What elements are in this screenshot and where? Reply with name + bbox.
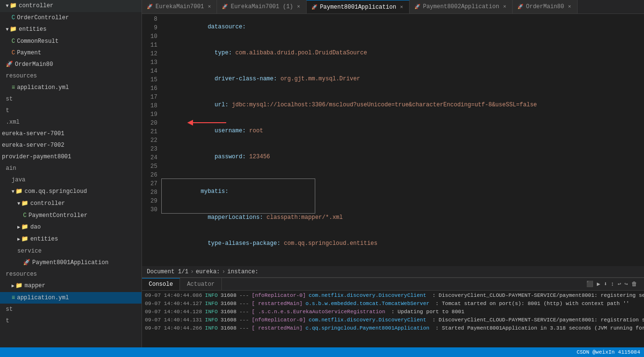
tab-icon-ordermain80: 🚀 <box>517 4 523 10</box>
sidebar-item-application-yml-top[interactable]: ≡application.yml <box>0 82 142 93</box>
tab-close-eureka1[interactable]: × <box>207 3 212 10</box>
tab-payment8002app[interactable]: 🚀 Payment8002Application × <box>410 0 513 13</box>
status-csdn: CSDN @weixIn 4115084 <box>577 349 640 355</box>
code-line-19: # eureka 客户端注册配置 <box>166 265 644 266</box>
tab-close-eureka2[interactable]: × <box>296 3 301 10</box>
sidebar-item-resources-top[interactable]: resources <box>0 70 142 82</box>
sidebar-item-ordermain80[interactable]: 🚀OrderMain80 <box>0 59 142 70</box>
sidebar-item-entities[interactable]: ▼📁entities <box>0 24 142 36</box>
tab-icon-payment8002: 🚀 <box>414 4 420 10</box>
bottom-tab-actuator[interactable]: Actuator <box>180 278 222 290</box>
breadcrumb-doc: Document 1/1 <box>147 268 188 275</box>
log-line-4: 09-07 14:40:44.131 INFO 31608 --- [nfoRe… <box>145 316 641 324</box>
sidebar-item-ordercontroller[interactable]: COrderController <box>0 12 142 24</box>
tab-label-eureka1: EurekaMain7001 <box>155 3 204 10</box>
breadcrumb-instance: instance: <box>227 268 258 275</box>
sidebar-item-eureka7001[interactable]: eureka-server-7001 <box>0 128 142 140</box>
breadcrumb-sep-2: › <box>222 268 225 275</box>
code-line-13: password: 123456 <box>166 144 644 170</box>
tab-ordermain80[interactable]: 🚀 OrderMain80 × <box>513 0 578 13</box>
sidebar-item-st2[interactable]: st <box>0 304 142 315</box>
sidebar-item-resources2[interactable]: resources <box>0 268 142 280</box>
code-line-9: type: com.alibaba.druid.pool.DruidDataSo… <box>166 40 644 66</box>
sidebar-item-payment8001[interactable]: provider-payment8001 <box>0 151 142 163</box>
code-line-17: type-aliases-package: com.qq.springcloud… <box>166 230 644 256</box>
sidebar-item-service[interactable]: service <box>0 245 142 257</box>
sidebar-item-payment8001app[interactable]: 🚀Payment8001Application <box>0 257 142 268</box>
tab-icon-payment8001: 🚀 <box>311 4 317 10</box>
bottom-tab-actuator-label: Actuator <box>187 281 215 288</box>
code-line-11: url: jdbc:mysql://localhost:3306/mscloud… <box>166 92 644 118</box>
editor-area: 🚀 EurekaMain7001 × 🚀 EurekaMain7001 (1) … <box>142 0 644 347</box>
tab-close-payment8002[interactable]: × <box>502 3 507 10</box>
log-line-skipped: 09-07 14:40:44.086 INFO 31608 --- [nfoRe… <box>145 292 641 300</box>
tab-close-payment8001[interactable]: × <box>399 4 404 11</box>
sidebar-item-t2[interactable]: t <box>0 315 142 327</box>
breadcrumb-eureka: eureka: <box>196 268 220 275</box>
sidebar: ▼📁controller COrderController ▼📁entities… <box>0 0 142 347</box>
sidebar-item-t[interactable]: t <box>0 105 142 116</box>
sidebar-item-dao[interactable]: ▶📁dao <box>0 221 142 233</box>
log-line-2: 09-07 14:40:44.127 INFO 31608 --- [ rest… <box>145 300 641 308</box>
sidebar-item-commonresult[interactable]: CCommonResult <box>0 36 142 47</box>
code-content[interactable]: datasource: type: com.alibaba.druid.pool… <box>161 14 644 266</box>
tab-close-ordermain80[interactable]: × <box>567 3 572 10</box>
tab-icon-eureka2: 🚀 <box>222 4 228 10</box>
bottom-tabs: Console Actuator ⬛ ▶ ⬇ ↕ ↩ ↪ 🗑 <box>142 278 644 291</box>
log-line-3: 09-07 14:40:44.128 INFO 31608 --- [ .s.c… <box>145 308 641 316</box>
tab-icon-eureka1: 🚀 <box>147 4 153 10</box>
sidebar-item-paymentcontroller[interactable]: CPaymentController <box>0 210 142 221</box>
bottom-panel: Console Actuator ⬛ ▶ ⬇ ↕ ↩ ↪ 🗑 09-07 14:… <box>142 278 644 347</box>
code-line-12: username: root <box>166 118 644 144</box>
code-line-10: driver-class-name: org.gjt.mm.mysql.Driv… <box>166 66 644 92</box>
tab-label-ordermain80: OrderMain80 <box>526 3 564 10</box>
sidebar-item-mapper[interactable]: ▶📁mapper <box>0 280 142 292</box>
tab-label-payment8001: Payment8001Application <box>320 4 396 11</box>
tab-label-eureka2: EurekaMain7001 (1) <box>231 3 293 10</box>
sidebar-item-st[interactable]: st <box>0 93 142 105</box>
sidebar-item-java[interactable]: java <box>0 174 142 186</box>
status-bar: CSDN @weixIn 4115084 <box>0 347 644 357</box>
sidebar-item-ain[interactable]: ain <box>0 163 142 174</box>
line-numbers: 8 9 10 11 12 13 14 15 16 17 18 19 20 21 … <box>142 14 161 266</box>
sidebar-item-com-qq[interactable]: ▼📁com.qq.springcloud <box>0 186 142 198</box>
sidebar-item-controller2[interactable]: ▼📁controller <box>0 198 142 210</box>
sidebar-item-application-yml[interactable]: ≡application.yml <box>0 292 142 304</box>
status-right: CSDN @weixIn 4115084 <box>577 349 640 355</box>
bottom-tab-console[interactable]: Console <box>142 278 180 290</box>
bottom-tab-icon-group: ⬛ ▶ ⬇ ↕ ↩ ↪ 🗑 <box>580 278 644 290</box>
bottom-tab-console-label: Console <box>149 281 173 288</box>
sidebar-item-entities2[interactable]: ▶📁entities <box>0 233 142 245</box>
tab-eurekamain7001-2[interactable]: 🚀 EurekaMain7001 (1) × <box>217 0 306 13</box>
code-editor: 8 9 10 11 12 13 14 15 16 17 18 19 20 21 … <box>142 14 644 266</box>
tabs-bar: 🚀 EurekaMain7001 × 🚀 EurekaMain7001 (1) … <box>142 0 644 14</box>
bottom-tab-toolbar-icons: ⬛ ▶ ⬇ ↕ ↩ ↪ 🗑 <box>586 280 637 288</box>
code-line-14 <box>166 170 644 178</box>
code-line-8: datasource: <box>166 14 644 40</box>
tab-payment8001app[interactable]: 🚀 Payment8001Application × <box>307 0 410 13</box>
code-line-15: mybatis: <box>166 178 644 204</box>
sidebar-item-controller[interactable]: ▼📁controller <box>0 0 142 12</box>
log-line-5: 09-07 14:40:44.266 INFO 31608 --- [ rest… <box>145 324 641 332</box>
sidebar-item-payment[interactable]: CPayment <box>0 47 142 59</box>
code-line-18 <box>166 256 644 265</box>
tab-label-payment8002: Payment8002Application <box>423 3 499 10</box>
sidebar-item-eureka7002[interactable]: eureka-server-7002 <box>0 140 142 151</box>
sidebar-item-xml[interactable]: .xml <box>0 116 142 128</box>
breadcrumb-sep-1: › <box>190 268 193 275</box>
tab-eurekamain7001[interactable]: 🚀 EurekaMain7001 × <box>142 0 217 13</box>
code-line-16: mapperLocations: classpath:mapper/*.xml <box>166 204 644 230</box>
breadcrumb-bar: Document 1/1 › eureka: › instance: <box>142 266 644 278</box>
log-area: 09-07 14:40:44.086 INFO 31608 --- [nfoRe… <box>142 291 644 347</box>
